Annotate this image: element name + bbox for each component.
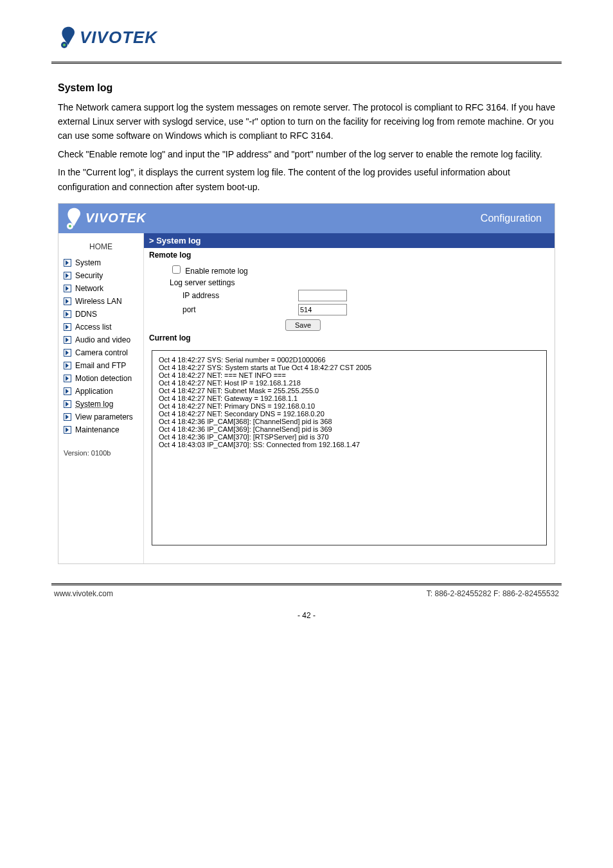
document-brand-logo: VIVOTEK [0, 0, 613, 55]
log-line: Oct 4 18:42:27 SYS: Serial number = 0002… [159, 356, 540, 364]
arrow-icon [64, 375, 71, 382]
paragraph: The Network camera support log the syste… [58, 100, 555, 143]
sidebar-item-viewparams[interactable]: View parameters [58, 411, 143, 423]
arrow-icon [64, 272, 71, 279]
section-remote-log: Remote log [144, 248, 555, 262]
ip-row: IP address [144, 288, 555, 303]
arrow-icon [64, 336, 71, 344]
arrow-icon [64, 426, 71, 434]
save-button[interactable]: Save [285, 319, 321, 331]
sidebar-item-motion[interactable]: Motion detection [58, 372, 143, 385]
arrow-icon [64, 349, 71, 357]
log-line: Oct 4 18:42:27 NET: Host IP = 192.168.1.… [159, 379, 540, 387]
sidebar: HOME System Security Network Wireless LA… [58, 233, 143, 563]
arrow-icon [64, 310, 71, 318]
arrow-icon [64, 413, 71, 421]
page-number: - 42 - [51, 598, 562, 620]
port-input[interactable] [298, 304, 347, 315]
svg-point-3 [69, 225, 71, 227]
svg-point-1 [63, 44, 66, 46]
app-header: VIVOTEK Configuration [58, 204, 555, 233]
log-line: Oct 4 18:42:27 NET: Primary DNS = 192.16… [159, 402, 540, 410]
sidebar-item-cameracontrol[interactable]: Camera control [58, 346, 143, 359]
sidebar-item-systemlog[interactable]: System log [58, 398, 143, 411]
brand-text: VIVOTEK [80, 28, 157, 48]
log-line: Oct 4 18:42:27 NET: Subnet Mask = 255.25… [159, 387, 540, 394]
section-current-log: Current log [144, 331, 555, 345]
sidebar-item-accesslist[interactable]: Access list [58, 321, 143, 333]
paragraph: Check "Enable remote log" and input the … [58, 147, 555, 161]
log-line: Oct 4 18:42:36 IP_CAM[370]: [RTSPServer]… [159, 433, 540, 441]
sidebar-item-security[interactable]: Security [58, 269, 143, 282]
log-server-settings-label: Log server settings [144, 277, 555, 288]
vivotek-bird-icon [58, 26, 77, 49]
sidebar-item-maintenance[interactable]: Maintenance [58, 423, 143, 436]
sidebar-item-wirelesslan[interactable]: Wireless LAN [58, 295, 143, 308]
brand-text: VIVOTEK [85, 211, 147, 226]
arrow-icon [64, 323, 71, 331]
save-row: Save [144, 317, 555, 331]
document-body-text: System log The Network camera support lo… [58, 80, 555, 194]
footer-contact: T: 886-2-82455282 F: 886-2-82455532 [427, 589, 559, 598]
arrow-icon [64, 285, 71, 292]
footer-url: www.vivotek.com [54, 589, 113, 598]
log-line: Oct 4 18:42:27 NET: Gateway = 192.168.1.… [159, 394, 540, 402]
paragraph: In the "Current log", it displays the cu… [58, 165, 555, 194]
port-label: port [182, 305, 298, 314]
log-line: Oct 4 18:42:27 NET: Secondary DNS = 192.… [159, 410, 540, 418]
enable-remote-log-label[interactable]: Enable remote log [170, 263, 248, 276]
arrow-icon [64, 387, 71, 395]
sidebar-item-application[interactable]: Application [58, 385, 143, 398]
enable-remote-log-row: Enable remote log [144, 262, 555, 277]
vivotek-logo: VIVOTEK [64, 207, 147, 230]
sidebar-item-system[interactable]: System [58, 256, 143, 269]
log-line: Oct 4 18:42:36 IP_CAM[369]: [ChannelSend… [159, 425, 540, 433]
divider [51, 62, 562, 64]
enable-remote-log-checkbox[interactable] [172, 265, 181, 274]
sidebar-item-network[interactable]: Network [58, 282, 143, 295]
arrow-icon [64, 362, 71, 369]
version-label: Version: 0100b [58, 436, 143, 457]
ip-input[interactable] [298, 290, 347, 301]
page-heading: System log [58, 80, 555, 96]
arrow-icon [64, 297, 71, 305]
main-panel: > System log Remote log Enable remote lo… [143, 233, 555, 563]
sidebar-item-emailftp[interactable]: Email and FTP [58, 359, 143, 372]
current-log-box: Oct 4 18:42:27 SYS: Serial number = 0002… [152, 350, 547, 545]
ip-label: IP address [182, 291, 298, 300]
vivotek-bird-icon [64, 207, 83, 230]
port-row: port [144, 303, 555, 317]
breadcrumb: > System log [144, 233, 555, 248]
config-screenshot: VIVOTEK Configuration HOME System Securi… [58, 203, 555, 564]
log-line: Oct 4 18:43:03 IP_CAM[370]: SS: Connecte… [159, 441, 540, 448]
sidebar-item-audiovideo[interactable]: Audio and video [58, 333, 143, 346]
log-line: Oct 4 18:42:27 NET: === NET INFO === [159, 371, 540, 379]
arrow-icon [64, 400, 71, 408]
home-link[interactable]: HOME [58, 237, 143, 256]
sidebar-item-ddns[interactable]: DDNS [58, 308, 143, 321]
log-line: Oct 4 18:42:27 SYS: System starts at Tue… [159, 364, 540, 371]
page-footer: www.vivotek.com T: 886-2-82455282 F: 886… [51, 583, 562, 620]
header-section-label: Configuration [481, 213, 542, 224]
log-line: Oct 4 18:42:36 IP_CAM[368]: [ChannelSend… [159, 418, 540, 425]
vivotek-logo: VIVOTEK [58, 26, 613, 49]
arrow-icon [64, 259, 71, 267]
